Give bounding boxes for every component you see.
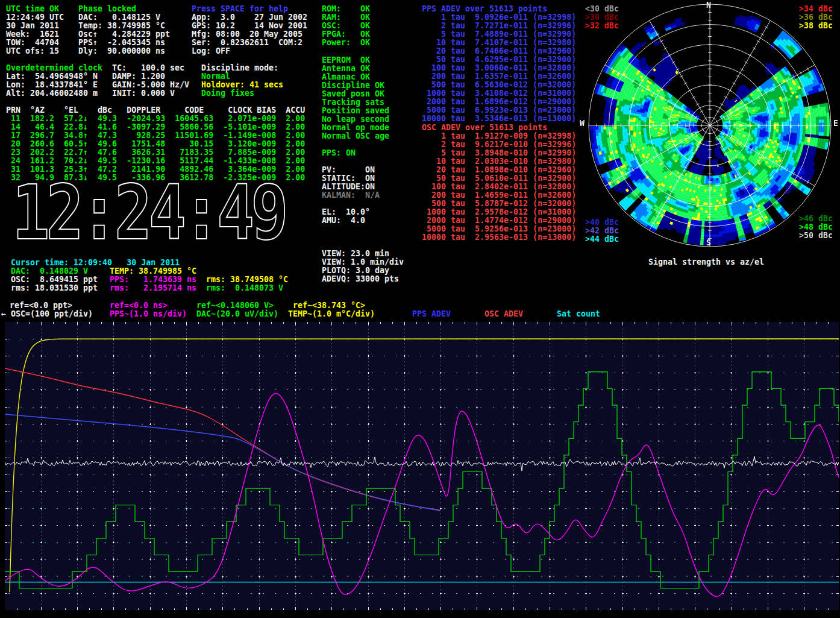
sat-table-row: 31 101.3 25.3↑ 47.2 2141.90 4892.46 3.36… [6, 165, 305, 174]
sat-table-row: 20 260.6 60.5↑ 49.6 1751.48 30.15 3.120e… [6, 140, 305, 148]
help-hint: Press SPACE for help [192, 5, 288, 13]
phase-info-block: DAC: 0.148125 VTemp: 38.749985 °COsc↑ 4.… [78, 13, 170, 55]
cursor-rms-dac: rms: 0.148073 V [206, 284, 283, 292]
dac-ref-label: ref~<0.148060 V> [196, 301, 274, 310]
view-settings-line: ADEVQ: 33000 pts [322, 275, 404, 283]
version-info-block: App: 3.0 27 Jun 2002GPS: 10.2 14 Nov 200… [192, 13, 307, 55]
cursor-dac: DAC: 0.148029 V [11, 267, 88, 276]
gps-status-line: Almanac OK [322, 73, 389, 81]
cursor-temp: TEMP: 38.749985 °C [110, 267, 196, 276]
pps-adev-row: 5 tau 7.4889e-011 (n=32990) [422, 30, 576, 39]
init-value: INIT: 0.000 V [112, 89, 175, 98]
hardware-status-line: ROM: OK [322, 5, 370, 13]
fixes-status: Doing fixes [201, 89, 254, 98]
view-settings-line: VIEW: 1.0 min/div [322, 258, 404, 266]
pps-adev-row: 10 tau 7.4107e-011 (n=32980) [422, 39, 576, 47]
osc-adev-row: 20 tau 1.0898e-010 (n=32960) [422, 166, 576, 174]
nav-mode-line: STATIC: ON [322, 174, 375, 183]
hardware-status-line: FPGA: OK [322, 30, 370, 39]
tc-value: TC: 100.0 sec [112, 64, 184, 72]
gain-value: GAIN:-5.000 Hz/V [112, 81, 189, 89]
temp-scale-label: TEMP~(1.0 m°C/div) [288, 310, 375, 318]
hardware-status-line: RAM: OK [322, 13, 370, 22]
view-settings-line: VIEW: 23.0 min [322, 250, 404, 258]
phase-info-line: PPS↑ -2.045345 ns [78, 39, 170, 47]
legend-entry: >30 dBc [585, 13, 619, 22]
sat-table-row: 23 202.2 22.7↑ 47.6 3626.31 7183.35 7.88… [6, 148, 305, 157]
strip-chart-plot[interactable] [5, 322, 839, 610]
osc-adev-row: 1000 tau 2.9578e-012 (n=31000) [422, 208, 576, 216]
compass-west-label: W [580, 119, 585, 128]
legend-entry: <30 dBc [585, 5, 619, 13]
phase-info-line: Osc↑ 4.284229 ppt [78, 30, 170, 39]
version-info-line: GPS: 10.2 14 Nov 2001 [192, 22, 307, 30]
osc-ref-label: ref=<0.0 ppt> [10, 301, 72, 310]
pps-adev-title: PPS ADEV over 51613 points [422, 5, 547, 13]
big-clock-digits: 12:24:49 [12, 181, 285, 252]
version-info-line: Log: OFF [192, 47, 307, 55]
osc-adev-row: 500 tau 5.8787e-012 (n=32000) [422, 200, 576, 208]
utc-status-title: UTC time OK [6, 5, 59, 13]
cursor-rms-temp: rms: 38.749508 °C [206, 276, 288, 284]
version-info-line: Mfg: 08:00 20 May 2005 [192, 30, 307, 39]
polar-legend-bottom-right: >46 dBc>48 dBc>50 dBc [799, 215, 833, 240]
cursor-pps: PPS: 1.743639 ns [110, 276, 196, 284]
osc-adev-row: 2000 tau 1.4774e-012 (n=29000) [422, 216, 576, 225]
osc-adev-row: 200 tau 1.4659e-011 (n=32600) [422, 191, 576, 200]
gps-status-line: Normal OSC age [322, 132, 389, 140]
el-amu-block: EL: 10.0°AMU: 4.0 [322, 208, 370, 225]
cursor-rms-osc: rms: 18.031530 ppt [11, 284, 98, 292]
legend-entry: >38 dBc [799, 22, 833, 30]
cursor-rms-pps: rms: 2.195714 ns [110, 284, 196, 292]
utc-info-block: 12:24:49 UTC30 Jan 2011Week: 1621TOW: 44… [6, 13, 64, 55]
gps-status-list: EEPROM OKAntenna OKAlmanac OKDiscipline … [322, 56, 389, 140]
phase-info-line: Dly: 90.000000 ns [78, 47, 170, 55]
gps-status-line: Normal op mode [322, 124, 389, 132]
view-settings-block: VIEW: 23.0 minVIEW: 1.0 min/divPLOTQ: 3.… [322, 250, 404, 283]
osc-adev-row: 2 tau 9.6217e-010 (n=32996) [422, 140, 576, 149]
holdover-status: Holdover: 41 secs [201, 81, 283, 89]
kalman-status: KALMAN: N/A [322, 191, 380, 200]
big-digital-clock: 12:24:49 [11, 181, 297, 252]
osc-adev-row: 50 tau 5.0610e-011 (n=32900) [422, 174, 576, 183]
sat-table-row: 17 296.7 34.8↑ 47.3 928.25 11501.69 -1.1… [6, 131, 305, 140]
gps-status-line: No leap second [322, 115, 389, 124]
osc-adev-trace-label: OSC ADEV [484, 310, 523, 318]
osc-scale-label: ← OSC=(100 ppt/div) [1, 310, 93, 318]
gps-status-line: Position saved [322, 107, 389, 115]
pps-adev-table: 1 tau 9.0926e-011 (n=32998) 2 tau 7.7271… [422, 13, 576, 123]
osc-adev-row: 5 tau 3.8948e-010 (n=32990) [422, 149, 576, 157]
sat-table-row: 14 46.4 22.8↓ 41.6 -3097.29 5860.56 -5.1… [6, 123, 305, 131]
legend-entry: >44 dBc [585, 235, 619, 244]
gps-status-line: Saved posn OK [322, 90, 389, 98]
pps-adev-row: 5000 tau 6.9923e-013 (n=23000) [422, 106, 576, 115]
pps-adev-row: 500 tau 6.5630e-012 (n=32000) [422, 81, 576, 89]
pps-scale-label: PPS~(1.0 ns/div) [110, 310, 187, 318]
discipline-mode-value: Normal [201, 72, 230, 81]
polar-plot-title: Signal strength vs az/el [648, 258, 764, 266]
polar-legend-bottom-left: >40 dBc>42 dBc>44 dBc [585, 218, 619, 244]
utc-info-line: 12:24:49 UTC [6, 13, 64, 22]
pps-status: PPS: ON [322, 149, 356, 157]
el-amu-line: AMU: 4.0 [322, 216, 370, 225]
compass-north-label: N [706, 1, 711, 10]
hardware-status-list: ROM: OKRAM: OKOSC: OKFPGA: OKPower: OK [322, 5, 370, 47]
pps-adev-row: 200 tau 1.6357e-011 (n=32600) [422, 72, 576, 81]
version-info-line: Ser: 0.82362611 COM:2 [192, 39, 307, 47]
temp-ref-label: ref~<38.743 °C> [293, 301, 365, 310]
pps-adev-row: 50 tau 4.6295e-011 (n=32900) [422, 55, 576, 64]
phase-info-line: Temp: 38.749985 °C [78, 22, 170, 30]
phase-info-line: DAC: 0.148125 V [78, 13, 170, 22]
osc-adev-title: OSC ADEV over 51613 points [422, 124, 547, 132]
legend-entry: >46 dBc [799, 215, 833, 223]
pps-adev-row: 2 tau 7.7271e-011 (n=32996) [422, 22, 576, 30]
utc-info-line: Week: 1621 [6, 30, 64, 39]
compass-east-label: E [833, 119, 838, 128]
sat-table-header: PRN °AZ °EL dBc DOPPLER CODE CLOCK BIAS … [6, 106, 305, 115]
gps-status-line: Discipline OK [322, 81, 389, 90]
sat-count-trace-label: Sat count [557, 310, 600, 318]
pps-adev-row: 1 tau 9.0926e-011 (n=32998) [422, 13, 576, 22]
damp-value: DAMP: 1.200 [112, 72, 165, 81]
discipline-mode-label: Discipline mode: [201, 64, 278, 72]
osc-adev-row: 5000 tau 5.9256e-013 (n=23000) [422, 225, 576, 233]
